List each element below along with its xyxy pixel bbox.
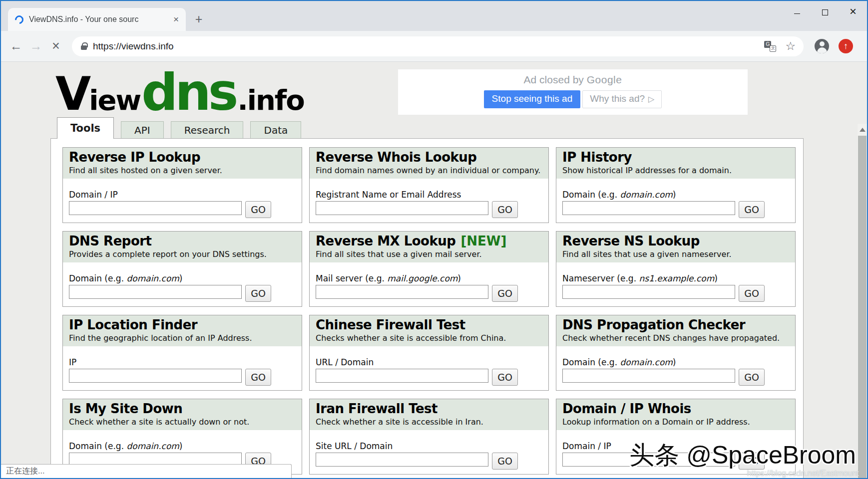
- label-example: mail.google.com: [387, 273, 457, 283]
- ad-closed-label: Ad closed by: [524, 74, 584, 85]
- tool-card-body: IP GO: [63, 357, 302, 386]
- tool-card: Reverse IP Lookup Find all sites hosted …: [62, 147, 302, 223]
- label-prefix: Domain / IP: [69, 190, 118, 200]
- back-button[interactable]: ←: [6, 39, 26, 53]
- go-button[interactable]: GO: [492, 285, 518, 302]
- new-tab-button[interactable]: +: [192, 12, 206, 26]
- close-icon: ×: [850, 6, 857, 16]
- tab-tools[interactable]: Tools: [57, 117, 114, 139]
- label-suffix: ): [673, 190, 676, 200]
- tool-card-header: DNS Report Provides a complete report on…: [63, 232, 302, 262]
- watermark-url: https://blog.csdn.net/Eastmount: [747, 469, 859, 478]
- tool-subtitle: Check whether a site is actually down or…: [69, 417, 296, 427]
- tool-title: Reverse Whois Lookup: [316, 150, 476, 165]
- label-suffix: ): [457, 273, 461, 283]
- go-button[interactable]: GO: [245, 201, 271, 218]
- browser-window: ViewDNS.info - Your one sourc × + × ← → …: [0, 0, 868, 479]
- tab-research[interactable]: Research: [171, 121, 244, 139]
- tool-input[interactable]: [316, 201, 488, 215]
- tool-input[interactable]: [316, 285, 488, 299]
- go-button[interactable]: GO: [492, 201, 518, 218]
- logo-part-info: .info: [237, 88, 304, 113]
- go-button[interactable]: GO: [739, 201, 765, 218]
- tab-data[interactable]: Data: [250, 121, 301, 139]
- maximize-button[interactable]: [811, 1, 839, 22]
- ad-closed-text: Ad closed by Google: [398, 74, 748, 86]
- tool-card: Reverse MX Lookup[NEW] Find all sites th…: [309, 231, 549, 307]
- tool-card-header: Reverse MX Lookup[NEW] Find all sites th…: [310, 232, 548, 262]
- scrollbar-thumb[interactable]: [858, 136, 867, 479]
- bookmark-star-icon[interactable]: ☆: [785, 39, 796, 53]
- go-button[interactable]: GO: [245, 369, 271, 386]
- label-prefix: Domain / IP: [562, 441, 611, 451]
- url-text[interactable]: https://viewdns.info: [93, 41, 764, 52]
- tool-card-header: Reverse Whois Lookup Find domain names o…: [310, 148, 548, 179]
- tool-subtitle: Check whether recent DNS changes have pr…: [562, 333, 789, 343]
- close-button[interactable]: ×: [839, 1, 867, 22]
- label-prefix: IP: [69, 357, 76, 367]
- logo-part-dns: dns: [141, 69, 235, 115]
- tool-title: DNS Propagation Checker: [562, 317, 745, 332]
- go-button[interactable]: GO: [492, 369, 518, 386]
- site-tab-bar: Tools API Research Data: [57, 117, 301, 139]
- tool-input[interactable]: [562, 285, 735, 299]
- tool-card: Is My Site Down Check whether a site is …: [62, 399, 302, 475]
- label-suffix: ): [673, 357, 676, 367]
- tool-input[interactable]: [562, 201, 735, 215]
- tool-input-label: Domain / IP: [69, 190, 296, 200]
- translate-icon[interactable]: G 文: [764, 41, 776, 52]
- browser-tab[interactable]: ViewDNS.info - Your one sourc ×: [8, 8, 186, 31]
- tool-title: Is My Site Down: [69, 401, 182, 416]
- tool-card-header: Domain / IP Whois Lookup information on …: [556, 399, 795, 430]
- tool-card: Chinese Firewall Test Checks whether a s…: [309, 315, 549, 391]
- tool-input-label: Site URL / Domain: [316, 441, 542, 451]
- minimize-button[interactable]: [783, 1, 811, 22]
- tool-card: Reverse Whois Lookup Find domain names o…: [309, 147, 549, 223]
- tool-input[interactable]: [316, 369, 488, 383]
- tool-input[interactable]: [69, 369, 242, 383]
- page-scrollbar[interactable]: [858, 124, 867, 479]
- go-button[interactable]: GO: [739, 369, 765, 386]
- tool-title: IP Location Finder: [69, 317, 197, 332]
- status-bar: 正在连接...: [1, 464, 292, 478]
- tool-input[interactable]: [562, 369, 735, 383]
- ad-banner: Ad closed by Google Stop seeing this ad …: [398, 69, 748, 115]
- tab-api[interactable]: API: [121, 121, 164, 139]
- tool-card-body: Registrant Name or Email Address GO: [310, 190, 548, 218]
- tool-input[interactable]: [316, 453, 488, 467]
- address-bar[interactable]: https://viewdns.info G 文 ☆: [72, 36, 804, 56]
- tool-subtitle: Lookup information on a Domain or IP add…: [562, 417, 789, 427]
- tool-card-body: Nameserver (e.g. ns1.example.com) GO: [556, 273, 795, 302]
- tab-close-icon[interactable]: ×: [171, 14, 181, 25]
- tool-subtitle: Show historical IP addresses for a domai…: [562, 166, 789, 175]
- profile-avatar-icon[interactable]: [815, 39, 829, 53]
- why-this-ad-button[interactable]: Why this ad? ▷: [582, 90, 662, 108]
- tool-card-header: Reverse NS Lookup Find all sites that us…: [556, 232, 795, 262]
- tool-subtitle: Check whether a site is accessible in Ir…: [316, 417, 542, 427]
- loading-spinner-icon: [13, 13, 25, 25]
- tool-subtitle: Find all sites hosted on a given server.: [69, 166, 296, 175]
- tool-card-header: DNS Propagation Checker Check whether re…: [556, 315, 795, 346]
- label-suffix: ): [714, 273, 718, 283]
- tool-input[interactable]: [69, 285, 242, 299]
- browser-update-icon[interactable]: ↑: [839, 39, 853, 53]
- tools-panel: Reverse IP Lookup Find all sites hosted …: [50, 138, 804, 479]
- translate-wen-glyph: 文: [770, 45, 776, 52]
- stop-seeing-ad-button[interactable]: Stop seeing this ad: [484, 90, 581, 108]
- label-prefix: URL / Domain: [316, 357, 374, 367]
- tool-card-header: Reverse IP Lookup Find all sites hosted …: [63, 148, 302, 179]
- forward-button[interactable]: →: [26, 39, 46, 53]
- scroll-up-icon[interactable]: [860, 128, 866, 132]
- label-prefix: Domain (e.g.: [69, 273, 126, 283]
- go-button[interactable]: GO: [245, 285, 271, 302]
- go-button[interactable]: GO: [492, 453, 518, 470]
- adchoices-icon: ▷: [648, 94, 654, 104]
- tool-title: Domain / IP Whois: [562, 401, 691, 416]
- tool-subtitle: Provides a complete report on your DNS s…: [69, 249, 296, 259]
- tool-card-header: Iran Firewall Test Check whether a site …: [310, 399, 548, 430]
- tool-card-header: Chinese Firewall Test Checks whether a s…: [310, 315, 548, 346]
- tool-input[interactable]: [69, 201, 242, 215]
- go-button[interactable]: GO: [739, 285, 765, 302]
- stop-loading-button[interactable]: ×: [46, 38, 66, 54]
- why-this-ad-label: Why this ad?: [590, 93, 645, 104]
